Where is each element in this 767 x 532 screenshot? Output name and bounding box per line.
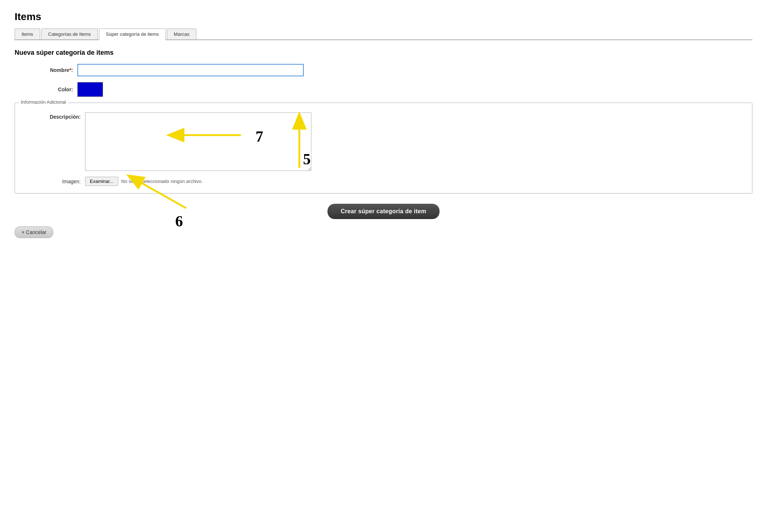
action-row: Crear súper categoría de item [15, 204, 752, 219]
no-file-text: No se ha seleccionado ningún archivo. [121, 179, 203, 184]
descripcion-textarea[interactable] [85, 112, 311, 171]
tab-categorias[interactable]: Categorías de Items [41, 28, 98, 39]
color-row: Color: [15, 82, 752, 97]
nombre-input[interactable] [77, 64, 304, 76]
descripcion-label: Descripción: [22, 112, 81, 120]
tab-super-categoria[interactable]: Súper categoría de items [99, 28, 166, 40]
browse-button[interactable]: Examinar... [85, 177, 118, 186]
tab-bar: Items Categorías de Items Súper categorí… [15, 28, 752, 40]
imagen-label: Imagen: [22, 179, 81, 184]
nombre-row: Nombre*: [15, 64, 752, 76]
cancel-button[interactable]: × Cancelar [15, 226, 53, 238]
color-swatch[interactable] [77, 82, 103, 97]
descripcion-row: Descripción: [22, 112, 745, 171]
tab-marcas[interactable]: Marcas [167, 28, 196, 39]
form-section-title: Nueva súper categoría de items [15, 49, 752, 57]
imagen-row: Imagen: Examinar... No se ha seleccionad… [22, 177, 745, 186]
tab-items[interactable]: Items [15, 28, 40, 39]
fieldset-legend: Información Adicional [19, 99, 68, 105]
create-button[interactable]: Crear súper categoría de item [327, 204, 440, 219]
page-title: Items [15, 11, 752, 23]
color-label: Color: [15, 87, 73, 92]
nombre-label: Nombre*: [15, 67, 73, 73]
cancel-row: × Cancelar [15, 226, 752, 238]
additional-info-section: Información Adicional Descripción: Image… [15, 103, 752, 194]
